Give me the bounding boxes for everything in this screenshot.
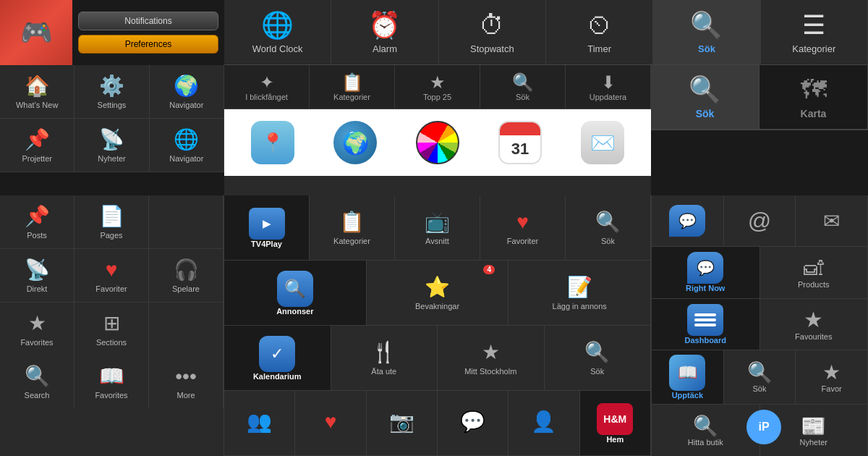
heart-icon: ♥ — [106, 258, 118, 282]
notifications-button[interactable]: Notifications — [78, 12, 218, 30]
kategorier-appstore-icon: 📋 — [341, 72, 363, 93]
uppdatera-item[interactable]: ⬇ Uppdatera — [566, 65, 651, 109]
camera-cell[interactable]: 📷 — [367, 391, 438, 455]
nyheter-rp-icon: 📰 — [801, 414, 826, 438]
chat-bubble-icon: 💬 — [669, 205, 705, 237]
clock-alarm[interactable]: ⏰ Alarm — [331, 0, 438, 64]
posts-cell[interactable]: 📌 Posts — [0, 195, 75, 249]
products-cell[interactable]: 🛋 Products — [760, 247, 869, 297]
mitt-stockholm-cell[interactable]: ★ Mitt Stockholm — [438, 326, 545, 390]
karta-tab-label: Karta — [801, 108, 827, 119]
clock-sok[interactable]: 🔍 Sök — [653, 0, 760, 64]
annonser-icon: 🔍 — [277, 271, 313, 307]
direkt-cell[interactable]: 📡 Direkt — [0, 249, 75, 303]
game-thumbnail: 🎮 — [0, 0, 72, 65]
bottom-icon-row: 👥 ♥ 📷 💬 👤 — [224, 391, 651, 456]
avsnitt-cell[interactable]: 📺 Avsnitt — [395, 195, 480, 260]
spelare-cell[interactable]: 🎧 Spelare — [149, 249, 224, 303]
favourites-rp-cell[interactable]: ★ Favourites — [760, 299, 869, 350]
hem-cell[interactable]: H&M Hem — [580, 391, 651, 455]
world-clock-label: World Clock — [252, 43, 303, 54]
favoriter-cell[interactable]: ♥ Favoriter — [75, 249, 149, 303]
tv4play-label: TV4Play — [251, 240, 282, 248]
annonser-cell[interactable]: 🔍 Annonser — [224, 261, 367, 325]
heart-bottom-cell[interactable]: ♥ — [295, 391, 366, 455]
favorites-cell[interactable]: ★ Favorites — [0, 303, 75, 355]
settings-cell[interactable]: ⚙️ Settings — [75, 65, 149, 119]
sections-cell[interactable]: ⊞ Sections — [75, 303, 149, 355]
kalendarium-cell[interactable]: ✓ Kalendarium — [224, 326, 331, 390]
kategorier-clock-label: Kategorier — [792, 43, 835, 54]
popup-letter-app[interactable]: ✉️ — [581, 121, 624, 164]
sok-rp-label: Sök — [753, 384, 767, 393]
topp25-icon: ★ — [430, 72, 446, 93]
tv4play-cell[interactable]: ▶ TV4Play — [224, 195, 310, 260]
timer-label: Timer — [587, 43, 611, 54]
navigator2-cell[interactable]: 🌐 Navigator — [150, 119, 224, 172]
second-grid: 📌 Projetter 📡 Nyheter 🌐 Navigator — [0, 119, 224, 172]
right-now-cell[interactable]: 💬 Right Now — [652, 247, 760, 297]
posts-icon: 📌 — [25, 204, 50, 228]
clock-stopwatch[interactable]: ⏱ Stopwatch — [439, 0, 546, 64]
stopwatch-icon: ⏱ — [479, 10, 505, 41]
sok-mid-icon: 🔍 — [595, 210, 621, 234]
kategorier-appstore-item[interactable]: 📋 Kategorier — [310, 65, 395, 109]
nyheter-cell[interactable]: 📡 Nyheter — [75, 119, 149, 172]
projetter-cell[interactable]: 📌 Projetter — [0, 119, 75, 172]
popup-globe-app[interactable]: 🌍 — [333, 121, 377, 164]
search-bottom-cell[interactable]: 🔍 Search — [0, 355, 75, 408]
karta-tab[interactable]: 🗺 Karta — [760, 65, 868, 129]
kategorier-appstore-label: Kategorier — [333, 93, 370, 101]
at-rp-cell[interactable]: @ — [724, 195, 796, 246]
sok-rp-cell[interactable]: 🔍 Sök — [724, 350, 796, 404]
popup-calendar-app[interactable]: 31 — [498, 121, 542, 164]
sok-tab[interactable]: 🔍 Sök — [651, 65, 760, 129]
clock-kategorier[interactable]: ☰ Kategorier — [761, 0, 868, 64]
sok-r3-icon: 🔍 — [584, 340, 610, 364]
dashboard-icon — [687, 304, 723, 336]
hitta-butik-cell[interactable]: 🔍 Hitta butik — [652, 405, 760, 456]
preferences-button[interactable]: Preferences — [78, 35, 218, 54]
lagg-in-annons-cell[interactable]: 📝 Lägg in annons — [509, 261, 651, 325]
chat-cell[interactable]: 💬 — [438, 391, 509, 455]
whats-new-cell[interactable]: 🏠 What's New — [0, 65, 75, 119]
sok-r3-cell[interactable]: 🔍 Sök — [545, 326, 652, 390]
kalendarium-icon: ✓ — [259, 336, 295, 372]
favour-cell[interactable]: ★ Favor — [796, 350, 868, 404]
tv4play-row: ▶ TV4Play 📋 Kategorier 📺 Avsnitt ♥ Favor… — [224, 195, 651, 261]
card-cell[interactable]: 👤 — [509, 391, 579, 455]
people-cell[interactable]: 👥 — [224, 391, 295, 455]
avsnitt-label: Avsnitt — [425, 237, 449, 245]
right-now-label: Right Now — [686, 284, 725, 292]
search-bottom-icon: 🔍 — [25, 364, 50, 388]
bevakningar-cell[interactable]: ⭐ 4 Bevakningar — [367, 261, 509, 325]
clock-timer[interactable]: ⏲ Timer — [546, 0, 653, 64]
topp25-item[interactable]: ★ Topp 25 — [395, 65, 480, 109]
uppdatera-icon: ⬇ — [601, 72, 616, 93]
favorites-bottom-cell[interactable]: 📖 Favorites — [75, 355, 149, 408]
popup-colorwheel-app[interactable] — [416, 121, 459, 164]
left-empty-cell — [149, 195, 224, 249]
sok-appstore-item[interactable]: 🔍 Sök — [480, 65, 566, 109]
pages-cell[interactable]: 📄 Pages — [75, 195, 149, 249]
clock-world-clock[interactable]: 🌐 World Clock — [224, 0, 331, 64]
kategorier-mid-label: Kategorier — [333, 237, 370, 245]
chat-rp-cell[interactable]: 💬 — [652, 195, 724, 246]
dashboard-cell[interactable]: Dashboard — [652, 299, 760, 350]
mail-rp-cell[interactable]: ✉ — [796, 195, 868, 246]
globe-app-icon: 🌍 — [333, 121, 377, 164]
favoriter-mid-cell[interactable]: ♥ Favoriter — [480, 195, 566, 260]
navigator-label: Navigator — [169, 101, 203, 109]
navigator-cell[interactable]: 🌍 Navigator — [150, 65, 224, 119]
upptack-cell[interactable]: 📖 Upptäck — [652, 350, 724, 404]
popup-maps-app[interactable]: 📍 — [251, 121, 294, 164]
star-stockholm-icon: ★ — [482, 340, 500, 364]
more-bottom-cell[interactable]: ••• More — [149, 355, 224, 408]
ata-ute-cell[interactable]: 🍴 Äta ute — [331, 326, 438, 390]
i-blickfanget-item[interactable]: ✦ I blickfånget — [224, 65, 310, 109]
hitta-icon: 🔍 — [693, 414, 718, 438]
kategorier-mid-cell[interactable]: 📋 Kategorier — [310, 195, 395, 260]
letter-app-icon: ✉️ — [581, 121, 624, 164]
sok-mid-cell[interactable]: 🔍 Sök — [566, 195, 651, 260]
kategorier-mid-icon: 📋 — [339, 210, 365, 234]
